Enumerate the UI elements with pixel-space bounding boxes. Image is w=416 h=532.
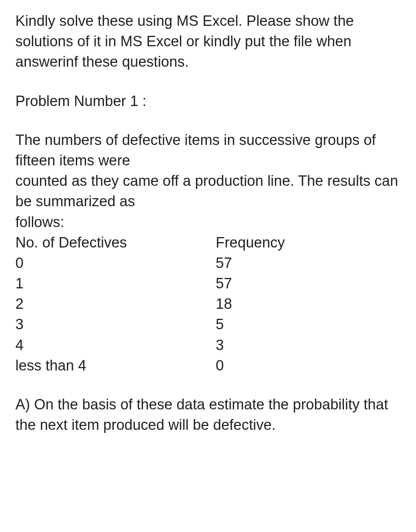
table-cell-defectives: less than 4 (15, 355, 216, 376)
problem-text-line: The numbers of defective items in succes… (15, 130, 401, 171)
table-cell-frequency: 57 (216, 273, 401, 294)
table-row: 3 5 (15, 314, 401, 335)
table-cell-defectives: 4 (15, 335, 216, 355)
intro-paragraph: Kindly solve these using MS Excel. Pleas… (15, 11, 401, 72)
problem-text-line: counted as they came off a production li… (15, 171, 401, 212)
table-row: 1 57 (15, 273, 401, 294)
table-cell-frequency: 3 (216, 335, 401, 355)
table-cell-frequency: 0 (216, 355, 401, 376)
table-cell-defectives: 0 (15, 253, 216, 273)
problem-body: The numbers of defective items in succes… (15, 130, 401, 376)
table-row: 4 3 (15, 335, 401, 355)
table-cell-defectives: 1 (15, 273, 216, 294)
table-cell-frequency: 18 (216, 294, 401, 314)
table-cell-frequency: 5 (216, 314, 401, 335)
table-row: 2 18 (15, 294, 401, 314)
table-header-row: No. of Defectives Frequency (15, 232, 401, 253)
table-header-frequency: Frequency (216, 232, 401, 253)
problem-label: Problem Number 1 : (15, 91, 401, 111)
table-cell-frequency: 57 (216, 253, 401, 273)
table-cell-defectives: 2 (15, 294, 216, 314)
problem-text-line: follows: (15, 212, 401, 232)
table-row: less than 4 0 (15, 355, 401, 376)
table-row: 0 57 (15, 253, 401, 273)
question-a: A) On the basis of these data estimate t… (15, 394, 401, 435)
table-cell-defectives: 3 (15, 314, 216, 335)
table-header-defectives: No. of Defectives (15, 232, 216, 253)
